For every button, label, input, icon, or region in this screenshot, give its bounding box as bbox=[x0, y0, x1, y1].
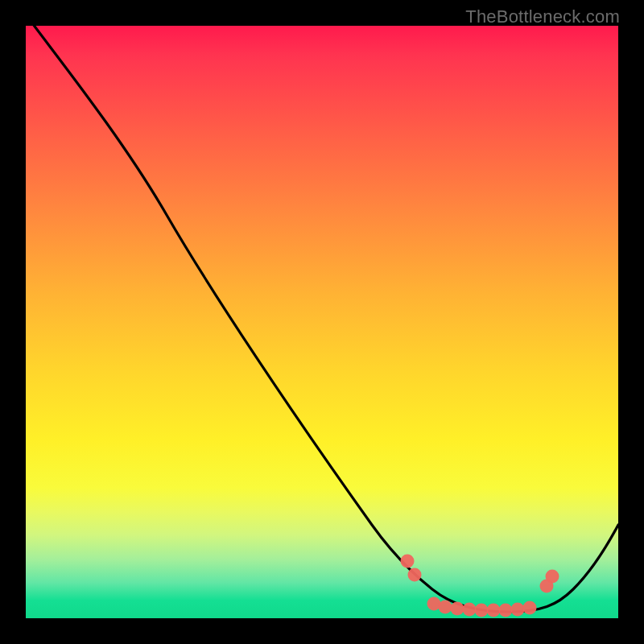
attribution-label: TheBottleneck.com bbox=[465, 6, 620, 27]
data-dot bbox=[401, 555, 415, 568]
chart-svg bbox=[26, 26, 618, 618]
data-dot bbox=[451, 602, 464, 616]
data-dot bbox=[487, 604, 501, 617]
plot-area bbox=[26, 26, 618, 618]
data-dot bbox=[499, 604, 513, 617]
data-dot bbox=[523, 601, 537, 615]
data-dot bbox=[546, 570, 559, 584]
data-dot bbox=[463, 603, 477, 617]
data-dot bbox=[408, 568, 422, 582]
bottleneck-curve bbox=[28, 26, 618, 612]
data-dot bbox=[475, 604, 489, 617]
data-dot bbox=[511, 603, 525, 617]
data-dot bbox=[439, 601, 452, 614]
chart-frame: TheBottleneck.com bbox=[0, 0, 644, 644]
